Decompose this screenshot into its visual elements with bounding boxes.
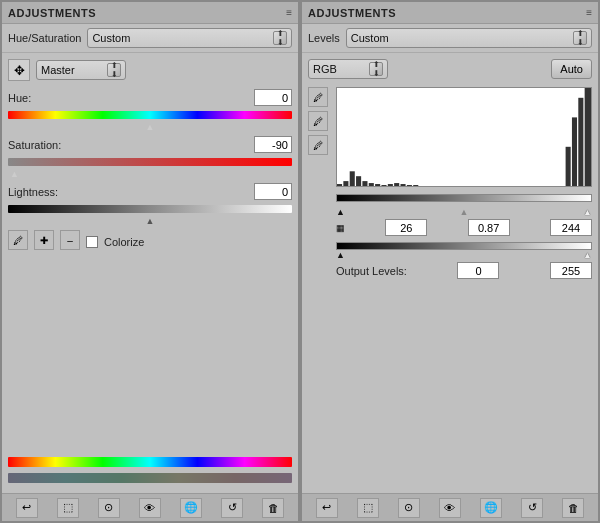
input-white-value[interactable] [550,219,592,236]
left-bottom-toolbar: ↩ ⬚ ⊙ 👁 🌐 ↺ 🗑 [2,493,298,521]
histogram-display [336,87,592,187]
levels-preset-dropdown[interactable]: Custom ⬆⬇ [346,28,592,48]
lightness-value[interactable] [254,183,292,200]
right-panel-title: ADJUSTMENTS [308,7,396,19]
left-toolbar-globe-btn[interactable]: 🌐 [180,498,202,518]
channel-value: Master [41,64,75,76]
levels-gray-eyedropper[interactable]: 🖉 [308,111,328,131]
input-level-arrows [336,191,592,205]
eyedropper-subtract-btn[interactable]: – [60,230,80,250]
colorize-checkbox[interactable] [86,236,98,248]
levels-channel-row: RGB ⬆⬇ Auto [308,59,592,79]
svg-rect-14 [572,117,577,186]
eyedropper-sample-btn[interactable]: 🖉 [8,230,28,250]
input-black-value[interactable] [385,219,427,236]
output-values-row: Output Levels: [336,262,592,279]
right-toolbar-back-btn[interactable]: ↩ [316,498,338,518]
svg-rect-4 [362,181,367,186]
right-toolbar-refresh-btn[interactable]: ↺ [521,498,543,518]
right-panel-header: ADJUSTMENTS ≡ [302,2,598,24]
svg-rect-15 [578,98,583,186]
levels-preset-value: Custom [351,32,389,44]
hue-sat-preset-label: Hue/Saturation [8,32,81,44]
left-toolbar-select-btn[interactable]: ⬚ [57,498,79,518]
left-panel-menu-icon[interactable]: ≡ [286,7,292,18]
saturation-slider-container [8,154,292,170]
levels-dropdown-arrow: ⬆⬇ [573,31,587,45]
lightness-slider-container [8,201,292,217]
svg-rect-10 [401,184,406,186]
hue-sat-preset-dropdown[interactable]: Custom ⬆⬇ [87,28,292,48]
right-panel-menu-icon[interactable]: ≡ [586,7,592,18]
saturation-slider-track[interactable] [8,158,292,166]
saturation-label: Saturation: [8,139,61,151]
levels-content: RGB ⬆⬇ Auto 🖉 🖉 🖉 [302,53,598,493]
hue-sat-content: ✥ Master ⬆⬇ Hue: ▲ [2,53,298,493]
hue-label: Hue: [8,92,31,104]
gray-input-thumb[interactable]: ▲ [460,207,469,217]
hue-value[interactable] [254,89,292,106]
channel-dropdown[interactable]: Master ⬆⬇ [36,60,126,80]
hue-sat-preset-value: Custom [92,32,130,44]
lightness-slider-track[interactable] [8,205,292,213]
input-slider-track[interactable] [336,194,592,202]
output-white-value[interactable] [550,262,592,279]
black-output-thumb[interactable]: ▲ [336,250,345,260]
white-input-thumb[interactable]: ▲ [583,207,592,217]
lightness-slider-row: Lightness: ▲ [8,183,292,224]
right-toolbar-trash-btn[interactable]: 🗑 [562,498,584,518]
saturation-value[interactable] [254,136,292,153]
levels-icon-input: ▦ [336,223,345,233]
levels-black-eyedropper[interactable]: 🖉 [308,87,328,107]
output-slider-track[interactable] [336,242,592,250]
levels-channel-value: RGB [313,63,337,75]
saturation-slider-row: Saturation: ▲ [8,136,292,177]
output-black-value[interactable] [457,262,499,279]
lightness-label: Lightness: [8,186,58,198]
colorize-row: Colorize [86,236,144,248]
eyedropper-row: 🖉 ✚ – Colorize [8,230,292,250]
left-toolbar-trash-btn[interactable]: 🗑 [262,498,284,518]
left-toolbar-back-btn[interactable]: ↩ [16,498,38,518]
lightness-thumb[interactable]: ▲ [146,216,155,226]
right-toolbar-eye-btn[interactable]: 👁 [439,498,461,518]
levels-panel: ADJUSTMENTS ≡ Levels Custom ⬆⬇ RGB ⬆⬇ Au… [301,1,599,522]
auto-button[interactable]: Auto [551,59,592,79]
hue-thumb[interactable]: ▲ [146,122,155,132]
left-toolbar-circle-btn[interactable]: ⊙ [98,498,120,518]
levels-preset-row: Levels Custom ⬆⬇ [302,24,598,53]
saturation-thumb[interactable]: ▲ [10,169,19,179]
svg-rect-8 [388,184,393,186]
input-gamma-value[interactable] [468,219,510,236]
hue-slider-track[interactable] [8,111,292,119]
svg-rect-7 [381,185,386,186]
output-section: ▲ ▲ [336,242,592,260]
right-toolbar-circle-btn[interactable]: ⊙ [398,498,420,518]
levels-preset-label: Levels [308,32,340,44]
black-input-thumb[interactable]: ▲ [336,207,345,217]
right-toolbar-globe-btn[interactable]: 🌐 [480,498,502,518]
svg-rect-9 [394,183,399,186]
left-panel-header: ADJUSTMENTS ≡ [2,2,298,24]
eyedropper-add-btn[interactable]: ✚ [34,230,54,250]
svg-rect-5 [369,183,374,186]
left-toolbar-eye-btn[interactable]: 👁 [139,498,161,518]
levels-channel-dropdown[interactable]: RGB ⬆⬇ [308,59,388,79]
right-toolbar-select-btn[interactable]: ⬚ [357,498,379,518]
hand-tool-icon[interactable]: ✥ [8,59,30,81]
svg-rect-0 [337,184,342,186]
levels-main-area: ▲ ▲ ▲ ▦ [336,87,592,279]
input-thumbs-row: ▲ ▲ ▲ [336,207,592,217]
levels-white-eyedropper[interactable]: 🖉 [308,135,328,155]
levels-chart-icon: ▦ [336,223,345,233]
svg-rect-13 [566,147,571,186]
white-output-thumb[interactable]: ▲ [583,250,592,260]
histogram-svg [337,88,591,186]
svg-rect-11 [407,185,412,186]
master-row: ✥ Master ⬆⬇ [8,59,292,81]
svg-rect-6 [375,184,380,186]
svg-rect-3 [356,176,361,186]
input-values-row: ▦ [336,219,592,236]
levels-eyedroppers: 🖉 🖉 🖉 [308,87,328,279]
left-toolbar-refresh-btn[interactable]: ↺ [221,498,243,518]
